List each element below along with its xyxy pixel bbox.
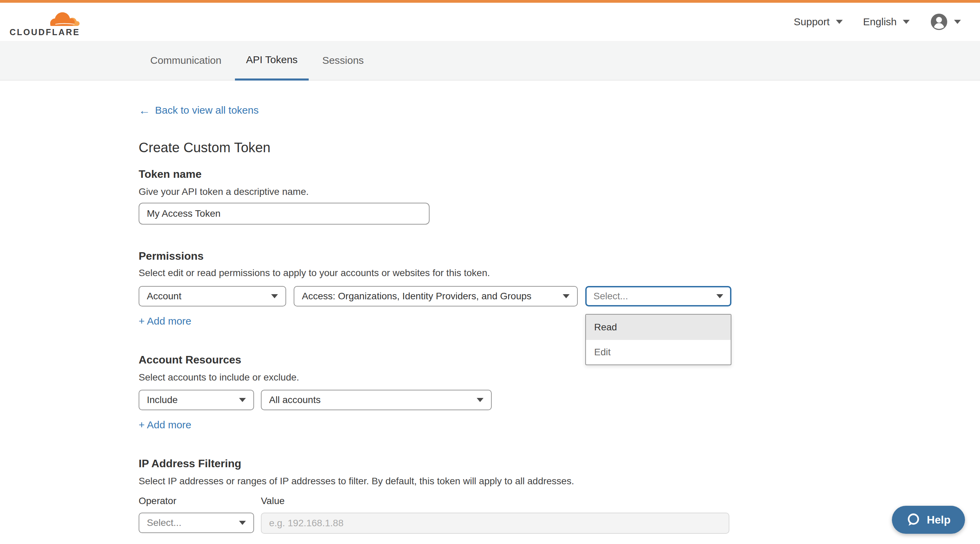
value-label: Value (261, 496, 285, 506)
chevron-down-icon (954, 20, 961, 24)
tab-api-tokens[interactable]: API Tokens (235, 41, 308, 81)
chat-bubble-icon (906, 512, 921, 527)
back-arrow-icon: ← (138, 105, 150, 115)
account-menu[interactable] (930, 13, 961, 31)
help-button-label: Help (927, 514, 950, 526)
permission-scope-value: Account (147, 291, 181, 302)
chevron-down-icon (271, 294, 278, 298)
permission-resource-value: Access: Organizations, Identity Provider… (302, 291, 531, 302)
header: CLOUDFLARE Support English (0, 3, 980, 41)
token-name-description: Give your API token a descriptive name. (138, 186, 309, 197)
chevron-down-icon (477, 398, 484, 402)
language-label: English (863, 16, 897, 28)
permission-access-select[interactable]: Select... (585, 286, 732, 306)
permissions-description: Select edit or read permissions to apply… (138, 268, 490, 279)
tab-bar: Communication API Tokens Sessions (0, 41, 980, 81)
user-avatar-icon (930, 13, 948, 31)
cloudflare-wordmark: CLOUDFLARE (10, 27, 80, 37)
chevron-down-icon (239, 521, 246, 525)
tab-communication[interactable]: Communication (139, 41, 232, 81)
support-dropdown[interactable]: Support (794, 16, 843, 28)
chevron-down-icon (903, 20, 910, 24)
tab-sessions[interactable]: Sessions (312, 41, 375, 81)
menu-option-read[interactable]: Read (586, 315, 731, 340)
ip-filtering-description: Select IP addresses or ranges of IP addr… (138, 476, 574, 487)
permission-access-placeholder: Select... (593, 291, 628, 302)
help-button[interactable]: Help (892, 506, 965, 534)
top-accent-bar (0, 0, 980, 3)
menu-option-edit[interactable]: Edit (586, 340, 731, 365)
account-include-select[interactable]: Include (138, 390, 254, 410)
permissions-heading: Permissions (138, 250, 204, 262)
chevron-down-icon (716, 294, 723, 298)
permission-scope-select[interactable]: Account (138, 286, 286, 306)
ip-value-input[interactable] (261, 512, 729, 534)
permission-resource-select[interactable]: Access: Organizations, Identity Provider… (294, 286, 578, 306)
account-add-more-link[interactable]: + Add more (138, 419, 191, 431)
token-name-input[interactable] (138, 203, 430, 225)
permissions-add-more-link[interactable]: + Add more (138, 316, 191, 327)
cloudflare-logo[interactable]: CLOUDFLARE (10, 8, 83, 38)
ip-filtering-heading: IP Address Filtering (138, 457, 242, 470)
back-to-tokens-link[interactable]: ← Back to view all tokens (138, 105, 258, 116)
token-name-heading: Token name (138, 168, 202, 181)
operator-label: Operator (138, 496, 177, 506)
ip-operator-placeholder: Select... (147, 517, 181, 528)
ip-operator-select[interactable]: Select... (138, 512, 254, 533)
create-custom-token-page: CLOUDFLARE Support English Communic (0, 0, 980, 544)
chevron-down-icon (836, 20, 843, 24)
chevron-down-icon (239, 398, 246, 402)
chevron-down-icon (563, 294, 570, 298)
account-selection-select[interactable]: All accounts (261, 390, 492, 410)
account-resources-description: Select accounts to include or exclude. (138, 372, 299, 383)
access-options-menu: Read Edit (585, 314, 732, 365)
header-right-nav: Support English (794, 3, 961, 41)
language-dropdown[interactable]: English (863, 16, 910, 28)
account-selection-value: All accounts (269, 395, 321, 406)
back-link-label: Back to view all tokens (155, 105, 258, 116)
page-title: Create Custom Token (138, 140, 270, 155)
support-label: Support (794, 16, 830, 28)
account-resources-heading: Account Resources (138, 354, 242, 366)
cloudflare-cloud-icon (45, 9, 81, 27)
account-include-value: Include (147, 395, 178, 406)
